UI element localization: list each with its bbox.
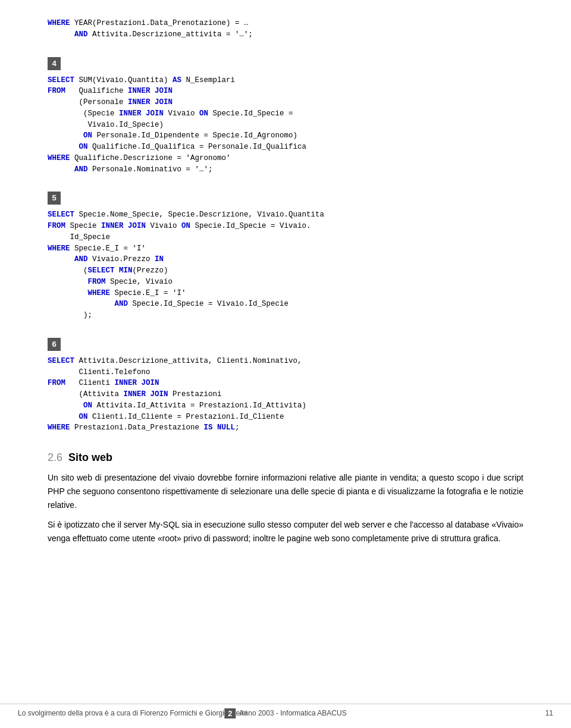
footer-page: 2 [224, 708, 236, 718]
section-26-paragraph-1: Un sito web di presentazione del vivaio … [48, 471, 523, 512]
query-6-pre: SELECT Attivita.Descrizione_attivita, Cl… [48, 356, 523, 434]
query-5-code: SELECT Specie.Nome_Specie, Specie.Descri… [48, 209, 523, 321]
footer: Lo svolgimento della prova è a cura di F… [0, 704, 571, 717]
section-26-paragraph-2: Si è ipotizzato che il server My-SQL sia… [48, 518, 523, 545]
query-5-section: 5 SELECT Specie.Nome_Specie, Specie.Desc… [48, 186, 523, 321]
footer-right: Anno 2003 - Informatica ABACUS [240, 709, 347, 717]
section-26-heading: 2.6 Sito web [48, 451, 523, 464]
section-26-title: Sito web [68, 451, 112, 464]
footer-page-number: 11 [545, 709, 553, 717]
query-4-pre: SELECT SUM(Vivaio.Quantita) AS N_Esempla… [48, 75, 523, 175]
top-code-pre: WHERE YEAR(Prestazioni.Data_Prenotazione… [48, 18, 523, 40]
query-number-4: 4 [48, 57, 61, 70]
query-4-code: SELECT SUM(Vivaio.Quantita) AS N_Esempla… [48, 75, 523, 175]
page: WHERE YEAR(Prestazioni.Data_Prenotazione… [0, 0, 571, 728]
query-6-code: SELECT Attivita.Descrizione_attivita, Cl… [48, 356, 523, 434]
query-5-pre: SELECT Specie.Nome_Specie, Specie.Descri… [48, 209, 523, 321]
footer-left: Lo svolgimento della prova è a cura di F… [18, 709, 247, 717]
query-6-section: 6 SELECT Attivita.Descrizione_attivita, … [48, 332, 523, 434]
query-number-6: 6 [48, 338, 61, 351]
query-4-section: 4 SELECT SUM(Vivaio.Quantita) AS N_Esemp… [48, 51, 523, 175]
section-26-number: 2.6 [48, 451, 62, 464]
top-code-block: WHERE YEAR(Prestazioni.Data_Prenotazione… [48, 18, 523, 40]
query-number-5: 5 [48, 192, 61, 205]
footer-center: 2 Anno 2003 - Informatica ABACUS [224, 708, 346, 718]
